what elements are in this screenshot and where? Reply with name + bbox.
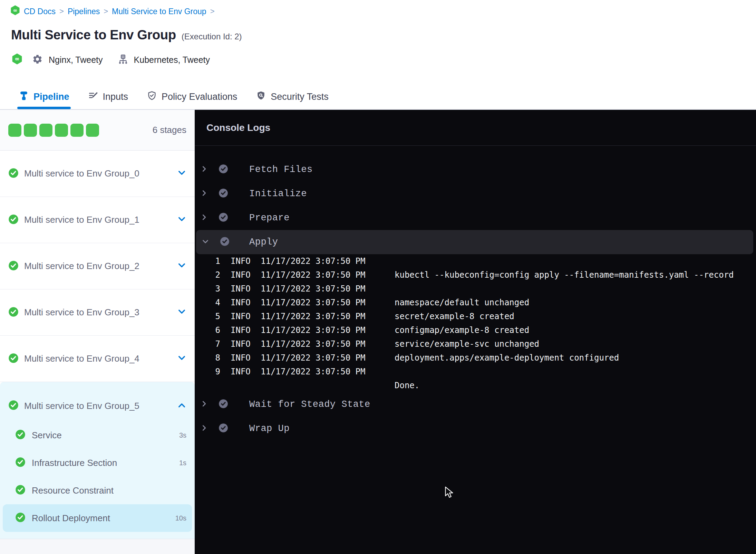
step-row-resource-constraint[interactable]: Resource Constraint [0,477,195,504]
pipeline-icon [19,90,29,103]
log-level: INFO [231,353,251,363]
log-line: 9INFO11/17/2022 3:07:50 PM [195,365,756,379]
log-line-number: 7 [204,339,220,349]
environments-icon [117,53,129,66]
breadcrumb-separator: > [210,7,215,16]
breadcrumb-link[interactable]: Pipelines [68,7,100,16]
chevron-down-icon[interactable] [177,214,186,225]
stages-sidebar: 6 stages Multi service to Env Group_0Mul… [0,110,195,554]
step-label: Resource Constraint [32,485,186,496]
chevron-down-icon[interactable] [177,307,186,318]
log-timestamp: 11/17/2022 3:07:50 PM [261,284,365,294]
svg-text:∞: ∞ [15,56,20,62]
log-level: INFO [231,367,251,376]
success-check-icon [8,353,19,365]
log-line: 1INFO11/17/2022 3:07:50 PM [195,254,756,268]
console-step-wrap-up[interactable]: Wrap Up [195,417,756,441]
stage-label: Multi service to Env Group_3 [24,307,177,318]
console-step-prepare[interactable]: Prepare [195,206,756,230]
log-level: INFO [231,256,251,266]
step-duration: 10s [175,514,186,522]
console-step-label: Initialize [249,189,307,199]
tab-label: Security Tests [271,92,329,102]
breadcrumb-link[interactable]: Multi Service to Env Group [112,7,206,16]
log-line-number: 9 [204,367,220,376]
log-line-number: 3 [204,284,220,294]
step-label: Rollout Deployment [32,513,175,524]
chevron-up-icon[interactable] [177,401,186,411]
inputs-icon [88,90,98,103]
stage-row[interactable]: Multi service to Env Group_1 [0,197,195,243]
stage-row[interactable]: Multi service to Env Group_0 [0,151,195,197]
log-level: INFO [231,312,251,321]
sidebar-footer [0,539,195,554]
chevron-right-icon[interactable] [200,213,209,223]
security-tests-icon [256,90,266,103]
log-level: INFO [231,325,251,335]
stage-steps-list: Service3sInfrastructure Section1sResourc… [0,421,195,532]
log-line-number: 6 [204,325,220,335]
services-label: Nginx, Tweety [49,55,103,65]
chevron-down-icon[interactable] [201,237,210,247]
log-line: 7INFO11/17/2022 3:07:50 PMservice/exampl… [195,337,756,351]
step-row-rollout-deployment[interactable]: Rollout Deployment10s [3,504,192,532]
tab-inputs[interactable]: Inputs [87,85,130,109]
breadcrumb-separator: > [59,7,64,16]
log-level: INFO [231,339,251,349]
stage-label: Multi service to Env Group_5 [24,401,177,411]
success-check-icon [15,457,26,469]
log-line: 5INFO11/17/2022 3:07:50 PMsecret/example… [195,309,756,323]
stage-success-square [70,124,84,137]
tab-pipeline[interactable]: Pipeline [17,85,71,109]
chevron-right-icon[interactable] [200,423,209,434]
tab-policy-evaluations[interactable]: Policy Evaluations [145,85,239,109]
log-line: 6INFO11/17/2022 3:07:50 PMconfigmap/exam… [195,323,756,337]
step-row-service[interactable]: Service3s [0,421,195,449]
chevron-right-icon[interactable] [200,164,209,175]
stage-row[interactable]: Multi service to Env Group_4 [0,336,195,382]
console-logs-panel: Console Logs Fetch FilesInitializePrepar… [195,110,756,554]
chevron-right-icon[interactable] [200,399,209,410]
cd-module-icon: ∞ [10,5,20,18]
page-title: Multi Service to Env Group [11,28,176,42]
stage-row-expanded-header[interactable]: Multi service to Env Group_5 [0,395,195,417]
log-timestamp: 11/17/2022 3:07:50 PM [261,298,365,307]
stage-row[interactable]: Multi service to Env Group_2 [0,243,195,289]
console-step-fetch-files[interactable]: Fetch Files [195,157,756,182]
log-timestamp: 11/17/2022 3:07:50 PM [261,339,365,349]
stage-success-square [24,124,37,137]
console-step-wait-for-steady-state[interactable]: Wait for Steady State [195,392,756,417]
chevron-down-icon[interactable] [177,168,186,179]
log-timestamp: 11/17/2022 3:07:50 PM [261,353,365,363]
log-level: INFO [231,270,251,280]
console-steps-list: Fetch FilesInitializePrepareApply1INFO11… [195,146,756,441]
console-step-initialize[interactable]: Initialize [195,182,756,206]
console-step-apply[interactable]: Apply [196,230,753,254]
stage-success-square [55,124,68,137]
step-row-infrastructure-section[interactable]: Infrastructure Section1s [0,449,195,477]
stage-count-label: 6 stages [153,125,186,135]
chevron-right-icon[interactable] [200,189,209,199]
success-check-icon [8,260,19,272]
log-timestamp: 11/17/2022 3:07:50 PM [261,270,365,280]
chevron-down-icon[interactable] [177,261,186,271]
tab-security-tests[interactable]: Security Tests [254,85,330,109]
stage-progress-squares [8,124,99,137]
stage-row[interactable]: Multi service to Env Group_3 [0,289,195,336]
chevron-down-icon[interactable] [177,353,186,364]
breadcrumb-link[interactable]: CD Docs [24,7,56,16]
stage-success-square [86,124,99,137]
step-success-check-icon [220,237,230,248]
log-line: 2INFO11/17/2022 3:07:50 PMkubectl --kube… [195,268,756,282]
log-message: Done. [395,381,419,390]
execution-header: ∞ CD Docs>Pipelines>Multi Service to Env… [0,0,756,85]
success-check-icon [8,214,19,226]
console-step-label: Fetch Files [249,164,313,175]
success-check-icon [15,485,26,496]
execution-meta-row: ∞ Nginx, Tweety Kubernetes, Tweety [12,52,210,67]
svg-text:∞: ∞ [13,7,18,13]
log-message: namespace/default unchanged [395,298,529,307]
execution-tabbar: PipelineInputsPolicy EvaluationsSecurity… [0,85,756,110]
execution-id: (Execution Id: 2) [182,32,242,41]
console-step-label: Wait for Steady State [249,399,370,410]
